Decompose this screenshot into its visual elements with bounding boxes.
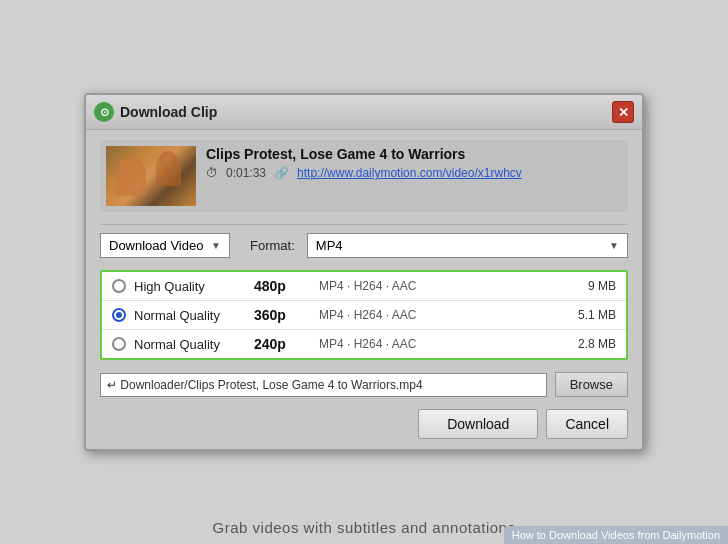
quality-size-hq: 9 MB [576,279,616,293]
video-details: Clips Protest, Lose Game 4 to Warriors ⏱… [206,146,622,180]
video-meta: ⏱ 0:01:33 🔗 http://www.dailymotion.com/v… [206,166,622,180]
title-bar-left: ⊙ Download Clip [94,102,217,122]
quality-tech-nq1: MP4 · H264 · AAC [309,308,576,322]
filepath-row: ↵ Downloader/Clips Protest, Lose Game 4 … [100,372,628,397]
controls-row: Download Video ▼ Format: MP4 ▼ [100,233,628,258]
close-button[interactable]: ✕ [612,101,634,123]
video-info: Clips Protest, Lose Game 4 to Warriors ⏱… [100,140,628,212]
quality-tech-hq: MP4 · H264 · AAC [309,279,576,293]
quality-tech-nq2: MP4 · H264 · AAC [309,337,576,351]
format-dropdown[interactable]: MP4 ▼ [307,233,628,258]
divider-1 [100,224,628,225]
quality-res-hq: 480p [254,278,309,294]
quality-list: High Quality 480p MP4 · H264 · AAC 9 MB … [100,270,628,360]
page-wrapper: ⊙ Download Clip ✕ Clips Protest, Lose Ga… [0,0,728,544]
title-bar: ⊙ Download Clip ✕ [86,95,642,130]
quality-row-nq2[interactable]: Normal Quality 240p MP4 · H264 · AAC 2.8… [102,330,626,358]
radio-nq2[interactable] [112,337,126,351]
dialog-body: Clips Protest, Lose Game 4 to Warriors ⏱… [86,130,642,449]
corner-watermark: How to Download Videos from Dailymotion [504,526,728,544]
browse-button[interactable]: Browse [555,372,628,397]
radio-hq[interactable] [112,279,126,293]
quality-name-nq1: Normal Quality [134,308,254,323]
filepath-input[interactable]: ↵ Downloader/Clips Protest, Lose Game 4 … [100,373,547,397]
video-url[interactable]: http://www.dailymotion.com/video/x1rwhcv [297,166,522,180]
dialog: ⊙ Download Clip ✕ Clips Protest, Lose Ga… [84,93,644,451]
type-dropdown[interactable]: Download Video ▼ [100,233,230,258]
type-dropdown-value: Download Video [109,238,203,253]
action-row: Download Cancel [100,409,628,439]
cancel-button[interactable]: Cancel [546,409,628,439]
type-dropdown-arrow: ▼ [211,240,221,251]
quality-res-nq2: 240p [254,336,309,352]
quality-res-nq1: 360p [254,307,309,323]
app-icon: ⊙ [94,102,114,122]
link-icon: 🔗 [274,166,289,180]
quality-size-nq1: 5.1 MB [576,308,616,322]
download-button[interactable]: Download [418,409,538,439]
video-thumbnail [106,146,196,206]
quality-name-hq: High Quality [134,279,254,294]
format-label: Format: [250,238,295,253]
format-dropdown-arrow: ▼ [609,240,619,251]
video-title: Clips Protest, Lose Game 4 to Warriors [206,146,622,162]
quality-row-nq1[interactable]: Normal Quality 360p MP4 · H264 · AAC 5.1… [102,301,626,330]
quality-name-nq2: Normal Quality [134,337,254,352]
clock-icon: ⏱ [206,166,218,180]
dialog-title: Download Clip [120,104,217,120]
video-duration: 0:01:33 [226,166,266,180]
quality-row-hq[interactable]: High Quality 480p MP4 · H264 · AAC 9 MB [102,272,626,301]
radio-nq1[interactable] [112,308,126,322]
quality-size-nq2: 2.8 MB [576,337,616,351]
format-dropdown-value: MP4 [316,238,343,253]
